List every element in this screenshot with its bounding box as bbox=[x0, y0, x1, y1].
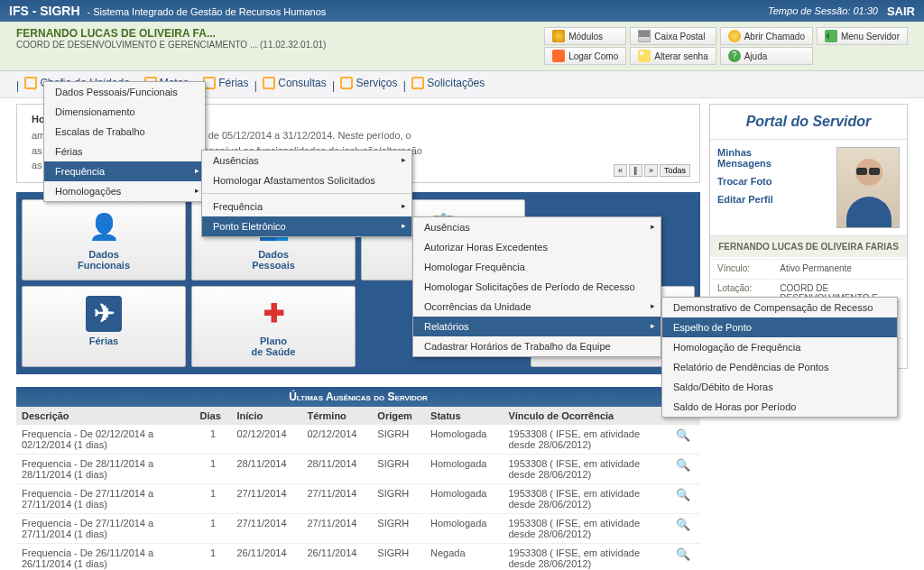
pager-next[interactable]: » bbox=[644, 164, 658, 177]
view-icon[interactable]: 🔍 bbox=[676, 458, 690, 472]
editar-perfil-link[interactable]: Editar Perfil bbox=[717, 194, 836, 205]
portal-title: Portal do Servidor bbox=[710, 105, 907, 140]
mi-autorizar-horas[interactable]: Autorizar Horas Excedentes bbox=[413, 237, 661, 257]
mi-ferias[interactable]: Férias bbox=[44, 142, 205, 161]
abrir-chamado-button[interactable]: Abrir Chamado bbox=[720, 27, 813, 45]
th-dias: Dias bbox=[195, 407, 232, 425]
mi-frequencia[interactable]: Frequência bbox=[44, 161, 205, 181]
mi-demonstrativo[interactable]: Demonstrativo de Compensação de Recesso bbox=[662, 298, 897, 317]
table-row: Frequencia - De 26/11/2014 a 26/11/2014 … bbox=[16, 543, 700, 570]
table-row: Frequencia - De 27/11/2014 a 27/11/2014 … bbox=[16, 513, 700, 543]
user-fullname: FERNANDO LUCAS DE OLIVEIRA FARIAS bbox=[710, 235, 907, 257]
logar-como-button[interactable]: Logar Como bbox=[544, 47, 626, 65]
app-subtitle: - Sistema Integrado de Gestão de Recurso… bbox=[88, 6, 327, 17]
table-row: Frequencia - De 28/11/2014 a 28/11/2014 … bbox=[16, 454, 700, 483]
table-row: Frequencia - De 27/11/2014 a 27/11/2014 … bbox=[16, 483, 700, 513]
nav-icon bbox=[411, 77, 424, 89]
mi-cadastrar-horarios[interactable]: Cadastrar Horários de Trabalho da Equipe bbox=[413, 336, 661, 356]
nav-servicos[interactable]: Serviços bbox=[340, 77, 397, 89]
th-vinculo: Vínculo de Ocorrência bbox=[503, 407, 670, 425]
mi-ponto-eletronico[interactable]: Ponto Eletrônico bbox=[202, 216, 411, 236]
menu-servidor-button[interactable]: Menu Servidor bbox=[817, 27, 908, 45]
plano-saude-button[interactable]: ✚Plano de Saúde bbox=[191, 286, 356, 367]
view-icon[interactable]: 🔍 bbox=[676, 518, 690, 531]
th-inicio: Início bbox=[232, 407, 302, 425]
mi-ocorrencias[interactable]: Ocorrências da Unidade bbox=[413, 297, 661, 317]
key-icon bbox=[638, 50, 651, 62]
notice-pager: « ‖ » Todas bbox=[614, 164, 690, 177]
section-header: Últimas Ausênicas do Servidor bbox=[16, 387, 700, 407]
mi-ausencias2[interactable]: Ausências bbox=[413, 217, 661, 237]
ajuda-button[interactable]: ?Ajuda bbox=[720, 47, 813, 65]
chat-icon bbox=[728, 30, 741, 42]
logar-icon bbox=[552, 50, 565, 62]
topbar: IFS - SIGRH - Sistema Integrado de Gestã… bbox=[0, 0, 924, 22]
view-icon[interactable]: 🔍 bbox=[676, 488, 690, 501]
mi-espelho-ponto[interactable]: Espelho de Ponto bbox=[662, 317, 897, 337]
mi-escalas[interactable]: Escalas de Trabalho bbox=[44, 122, 205, 142]
modulos-button[interactable]: Módulos bbox=[544, 27, 626, 45]
userbar: FERNANDO LUCAS DE OLIVEIRA FA... COORD D… bbox=[0, 22, 924, 71]
modulos-icon bbox=[552, 30, 565, 42]
mi-ausencias[interactable]: Ausências bbox=[202, 151, 411, 170]
mi-homologar-freq[interactable]: Homologar Frequência bbox=[413, 257, 661, 277]
mi-homologacoes[interactable]: Homologações bbox=[44, 181, 205, 201]
dados-funcionais-button[interactable]: 👤Dados Funcionais bbox=[22, 199, 186, 280]
th-termino: Término bbox=[301, 407, 372, 425]
user-icon: 👤 bbox=[86, 209, 122, 245]
th-origem: Origem bbox=[372, 407, 425, 425]
mi-saldo-periodo[interactable]: Saldo de Horas por Período bbox=[662, 397, 897, 417]
session-timer: Tempo de Sessão: 01:30 bbox=[768, 5, 878, 16]
help-icon: ? bbox=[728, 50, 741, 62]
menu-icon bbox=[825, 30, 837, 42]
mi-saldo-debito[interactable]: Saldo/Débito de Horas bbox=[662, 377, 897, 397]
plus-icon: ✚ bbox=[255, 296, 291, 332]
user-name: FERNANDO LUCAS DE OLIVEIRA FA... bbox=[16, 27, 326, 40]
nav-solicitacoes[interactable]: Solicitações bbox=[411, 77, 485, 89]
pager-prev[interactable]: ‖ bbox=[629, 164, 642, 177]
mi-homologar-sol[interactable]: Homologar Solicitações de Período de Rec… bbox=[413, 277, 661, 297]
plane-icon: ✈ bbox=[86, 296, 122, 332]
alterar-senha-button[interactable]: Alterar senha bbox=[630, 47, 716, 65]
mi-rel-pendencias[interactable]: Relatório de Pendências de Pontos bbox=[662, 357, 897, 377]
ponto-submenu: Ausências Autorizar Horas Excedentes Hom… bbox=[412, 216, 661, 357]
mi-homologar-afast[interactable]: Homologar Afastamentos Solicitados bbox=[202, 170, 411, 190]
pager-first[interactable]: « bbox=[614, 164, 627, 177]
nav-icon bbox=[263, 77, 275, 89]
user-avatar bbox=[836, 147, 900, 228]
table-row: Frequencia - De 02/12/2014 a 02/12/2014 … bbox=[16, 425, 700, 455]
chefia-dropdown: Dados Pessoais/Funcionais Dimensionament… bbox=[43, 81, 206, 202]
logout-link[interactable]: SAIR bbox=[887, 5, 915, 18]
mi-dimensionamento[interactable]: Dimensionamento bbox=[44, 102, 205, 122]
frequencia-submenu: Ausências Homologar Afastamentos Solicit… bbox=[201, 150, 412, 237]
mi-homolog-freq[interactable]: Homologação de Frequência bbox=[662, 337, 897, 357]
nav-consultas[interactable]: Consultas bbox=[263, 77, 326, 89]
mi-dados-pessoais[interactable]: Dados Pessoais/Funcionais bbox=[44, 82, 205, 102]
nav-icon bbox=[24, 77, 37, 89]
ausencias-table: Descrição Dias Início Término Origem Sta… bbox=[16, 407, 700, 571]
user-dept: COORD DE DESENVOLVIMENTO E GERENCIAMENTO… bbox=[16, 40, 326, 50]
view-icon[interactable]: 🔍 bbox=[676, 547, 690, 561]
pager-all[interactable]: Todas bbox=[660, 164, 690, 177]
th-desc: Descrição bbox=[16, 407, 195, 425]
th-status: Status bbox=[425, 407, 503, 425]
nav-ferias[interactable]: Férias bbox=[203, 77, 248, 89]
minhas-mensagens-link[interactable]: Minhas Mensagens bbox=[717, 147, 836, 169]
mi-frequencia2[interactable]: Frequência bbox=[202, 197, 411, 216]
mi-relatorios[interactable]: Relatórios bbox=[413, 317, 661, 336]
ferias-button[interactable]: ✈Férias bbox=[22, 286, 186, 367]
caixa-postal-button[interactable]: Caixa Postal bbox=[630, 27, 716, 45]
app-brand: IFS - SIGRH bbox=[9, 4, 80, 18]
mail-icon bbox=[638, 30, 651, 42]
nav-icon bbox=[340, 77, 353, 89]
trocar-foto-link[interactable]: Trocar Foto bbox=[717, 176, 836, 187]
relatorios-submenu: Demonstrativo de Compensação de Recesso … bbox=[661, 297, 898, 418]
view-icon[interactable]: 🔍 bbox=[676, 428, 690, 442]
